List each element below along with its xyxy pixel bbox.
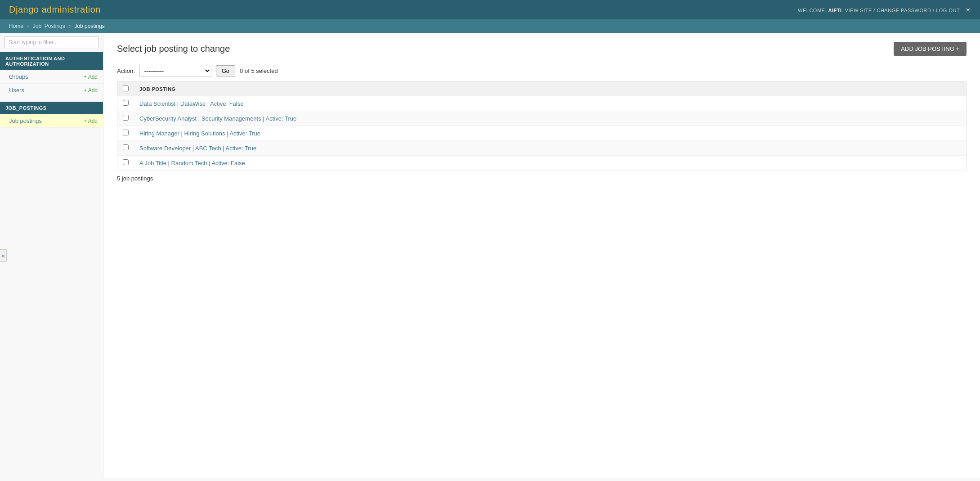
collapse-sidebar-button[interactable]: « xyxy=(0,249,7,262)
row-checkbox[interactable] xyxy=(123,159,129,165)
row-checkbox-cell xyxy=(117,156,134,171)
page-title: Select job posting to change xyxy=(117,44,230,54)
sidebar-item-groups: Groups + Add xyxy=(0,70,103,84)
row-checkbox-cell xyxy=(117,96,134,111)
sidebar-filter xyxy=(0,33,103,52)
job-postings-add-link[interactable]: + Add xyxy=(84,118,98,124)
job-posting-column-header: JOB POSTING xyxy=(134,82,967,96)
main-content: Select job posting to change ADD JOB POS… xyxy=(103,33,980,478)
table-row: CyberSecurity Analyst | Security Managem… xyxy=(117,111,967,126)
row-checkbox[interactable] xyxy=(123,130,129,135)
table-row: A Job Title | Random Tech | Active: Fals… xyxy=(117,156,967,171)
select-all-header xyxy=(117,82,134,96)
job-posting-cell: A Job Title | Random Tech | Active: Fals… xyxy=(134,156,967,171)
table-row: Software Developer | ABC Tech | Active: … xyxy=(117,141,967,156)
gear-icon: ☀ xyxy=(965,6,971,13)
groups-link[interactable]: Groups xyxy=(9,73,28,80)
breadcrumb-bar: Home › Job_Postings › Job postings xyxy=(0,19,980,33)
users-add-link[interactable]: + Add xyxy=(84,87,98,94)
breadcrumb-current: Job postings xyxy=(74,23,104,29)
sidebar-item-users: Users + Add xyxy=(0,84,103,97)
welcome-prefix: WELCOME, xyxy=(798,8,827,13)
action-bar: Action: ---------- Go 0 of 5 selected xyxy=(117,65,967,77)
results-count: 5 job postings xyxy=(117,175,967,182)
view-site-link[interactable]: VIEW SITE xyxy=(845,8,872,13)
log-out-link[interactable]: LOG OUT xyxy=(936,8,960,13)
selected-count: 0 of 5 selected xyxy=(240,67,278,74)
sidebar-item-job-postings: Job postings + Add xyxy=(0,114,103,128)
go-button[interactable]: Go xyxy=(216,65,235,76)
job-posting-link[interactable]: Data Scientist | DataWise | Active: Fals… xyxy=(139,100,243,107)
row-checkbox[interactable] xyxy=(123,115,129,121)
change-password-link[interactable]: CHANGE PASSWORD xyxy=(877,8,931,13)
job-posting-cell: Data Scientist | DataWise | Active: Fals… xyxy=(134,96,967,111)
job-postings-link[interactable]: Job postings xyxy=(9,117,42,124)
groups-add-link[interactable]: + Add xyxy=(84,74,98,80)
job-posting-cell: CyberSecurity Analyst | Security Managem… xyxy=(134,111,967,126)
row-checkbox-cell xyxy=(117,111,134,126)
users-link[interactable]: Users xyxy=(9,87,24,94)
breadcrumb-job-postings-section[interactable]: Job_Postings xyxy=(33,23,65,29)
content-header: Select job posting to change ADD JOB POS… xyxy=(117,42,967,56)
sidebar-filter-input[interactable] xyxy=(4,36,98,48)
job-posting-link[interactable]: Hiring Manager | Hiring Solutions | Acti… xyxy=(139,130,260,137)
top-header: Django administration WELCOME, AIFTI. VI… xyxy=(0,0,980,19)
job-posting-link[interactable]: A Job Title | Random Tech | Active: Fals… xyxy=(139,160,245,166)
row-checkbox-cell xyxy=(117,141,134,156)
sidebar: AUTHENTICATION AND AUTHORIZATION Groups … xyxy=(0,33,103,478)
table-row: Data Scientist | DataWise | Active: Fals… xyxy=(117,96,967,111)
job-posting-cell: Hiring Manager | Hiring Solutions | Acti… xyxy=(134,126,967,141)
action-label: Action: xyxy=(117,67,135,74)
layout: AUTHENTICATION AND AUTHORIZATION Groups … xyxy=(0,33,980,478)
row-checkbox[interactable] xyxy=(123,100,129,106)
breadcrumb: Home › Job_Postings › Job postings xyxy=(9,23,971,29)
action-select[interactable]: ---------- xyxy=(139,65,211,77)
job-posting-link[interactable]: CyberSecurity Analyst | Security Managem… xyxy=(139,115,296,122)
job-postings-section-header: JOB_POSTINGS xyxy=(0,102,103,114)
table-row: Hiring Manager | Hiring Solutions | Acti… xyxy=(117,126,967,141)
row-checkbox-cell xyxy=(117,126,134,141)
job-posting-link[interactable]: Software Developer | ABC Tech | Active: … xyxy=(139,145,256,152)
add-job-posting-button[interactable]: ADD JOB POSTING + xyxy=(894,42,967,56)
breadcrumb-home[interactable]: Home xyxy=(9,23,23,29)
site-title: Django administration xyxy=(9,4,101,15)
user-tools: WELCOME, AIFTI. VIEW SITE / CHANGE PASSW… xyxy=(798,6,971,13)
auth-section-header: AUTHENTICATION AND AUTHORIZATION xyxy=(0,52,103,70)
username: AIFTI xyxy=(828,8,842,13)
job-posting-cell: Software Developer | ABC Tech | Active: … xyxy=(134,141,967,156)
row-checkbox[interactable] xyxy=(123,144,129,150)
results-table: JOB POSTING Data Scientist | DataWise | … xyxy=(117,81,967,171)
select-all-checkbox[interactable] xyxy=(123,85,129,91)
